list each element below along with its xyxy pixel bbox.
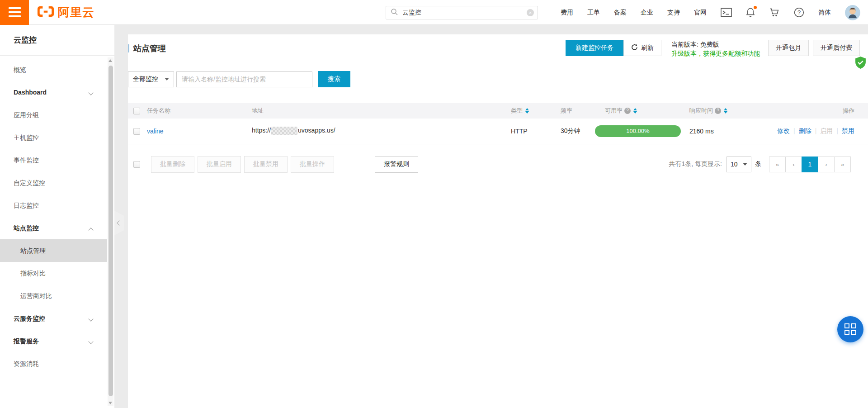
availability-help-icon[interactable] [624,108,631,114]
unit-label: 条 [755,160,761,168]
select-all-checkbox[interactable] [133,108,140,114]
first-page-button[interactable]: « [769,157,786,172]
col-actions: 操作 [771,103,868,119]
sidebar-item-custom-monitoring[interactable]: 自定义监控 [0,171,107,194]
aliyun-bracket-icon [37,5,54,19]
alarm-rules-button[interactable]: 报警规则 [375,156,418,173]
scroll-up-arrow-icon[interactable] [108,59,112,62]
monitor-type-select[interactable]: 全部监控 [128,71,174,87]
task-search-input[interactable] [176,71,312,87]
disable-action[interactable]: 禁用 [842,127,854,134]
grid-icon [844,323,856,335]
sidebar-item-resource-consumption[interactable]: 资源消耗 [0,352,107,375]
sidebar-group-cloud-service-monitoring[interactable]: 云服务监控 [0,307,107,330]
sidebar-item-host-monitoring[interactable]: 主机监控 [0,126,107,149]
chevron-down-icon [88,90,93,95]
task-name-link[interactable]: valine [147,128,164,135]
sidebar-item-carrier-comparison[interactable]: 运营商对比 [0,285,107,307]
sidebar-scrollbar[interactable] [108,57,113,406]
search-query-text: 云监控 [402,9,527,17]
main-content: 站点管理 新建监控任务 刷新 当前版本: 免费版 升级版本，获得更多配额和功能 … [128,34,868,408]
batch-delete-button: 批量删除 [151,156,194,173]
sidebar-group-site-monitoring[interactable]: 站点监控 [0,217,107,239]
batch-enable-button: 批量启用 [198,156,241,173]
page-header: 站点管理 新建监控任务 刷新 当前版本: 免费版 升级版本，获得更多配额和功能 … [128,34,868,58]
footer-select-all-checkbox[interactable] [133,161,140,168]
page-size-select[interactable]: 10 [726,157,751,172]
refresh-icon [631,44,638,52]
total-count-text: 共有1条, 每页显示: [669,160,722,168]
sort-response-icon[interactable] [724,108,727,114]
pay-as-you-go-button[interactable]: 开通后付费 [813,40,860,56]
batch-disable-button: 批量禁用 [244,156,288,173]
user-avatar[interactable] [845,5,860,20]
global-search-input[interactable]: 云监控 [386,6,538,19]
response-help-icon[interactable] [715,108,721,114]
notification-bell-icon[interactable] [746,7,755,18]
scrollbar-thumb[interactable] [108,66,113,396]
next-page-button[interactable]: › [818,157,835,172]
nav-enterprise[interactable]: 企业 [641,9,653,17]
hamburger-menu-icon[interactable] [0,0,29,25]
batch-operate-button: 批量操作 [291,156,334,173]
prev-page-button[interactable]: ‹ [785,157,802,172]
task-response-time: 2160 ms [685,119,771,144]
sidebar-group-dashboard[interactable]: Dashboard [0,81,107,104]
search-button[interactable]: 搜索 [318,71,350,87]
row-checkbox[interactable] [133,128,140,135]
help-icon[interactable]: ? [794,7,804,18]
header-actions: 新建监控任务 刷新 当前版本: 免费版 升级版本，获得更多配额和功能 开通包月 … [566,40,860,58]
table-footer: 批量删除 批量启用 批量禁用 批量操作 报警规则 共有1条, 每页显示: 10 … [128,156,868,173]
nav-icp-filing[interactable]: 备案 [614,9,627,17]
sidebar-item-log-monitoring[interactable]: 日志监控 [0,194,107,217]
refresh-button[interactable]: 刷新 [623,40,661,56]
site-monitor-table: 任务名称 地址 类型 频率 可用率 响应时间 操作 valine [128,103,868,144]
table-row: valine https://uvosapps.us/ HTTP 30分钟 10… [128,119,868,144]
current-version-text: 当前版本: 免费版 [671,40,760,49]
task-type: HTTP [511,119,553,144]
sidebar-item-overview[interactable]: 概览 [0,58,107,81]
sidebar-item-event-monitoring[interactable]: 事件监控 [0,149,107,171]
edit-action[interactable]: 修改 [777,127,790,134]
top-navbar: 阿里云 云监控 费用 工单 备案 企业 支持 官网 [0,0,868,25]
quick-apps-floating-button[interactable] [837,316,863,342]
delete-action[interactable]: 删除 [799,127,811,134]
topbar-right-nav: 费用 工单 备案 企业 支持 官网 [561,0,860,25]
chevron-down-icon [88,316,93,321]
sidebar-item-site-management[interactable]: 站点管理 [0,239,107,262]
search-icon [391,8,398,18]
current-page-button[interactable]: 1 [802,157,818,172]
nav-billing[interactable]: 费用 [561,9,573,17]
security-shield-icon[interactable] [854,56,867,71]
page-title-wrap: 站点管理 [128,40,166,57]
sidebar-collapse-handle[interactable] [114,211,124,235]
task-address: https://uvosapps.us/ [252,119,511,144]
pager: « ‹ 1 › » [769,157,851,172]
last-page-button[interactable]: » [834,157,851,172]
nav-support[interactable]: 支持 [667,9,680,17]
subscribe-monthly-button[interactable]: 开通包月 [768,40,809,56]
caret-down-icon [743,163,747,168]
console-terminal-icon[interactable] [721,8,732,17]
sort-availability-icon[interactable] [633,108,637,114]
nav-tickets[interactable]: 工单 [587,9,600,17]
sidebar-item-metric-comparison[interactable]: 指标对比 [0,262,107,285]
nav-official-site[interactable]: 官网 [694,9,707,17]
chevron-left-icon [117,220,122,225]
sidebar-item-app-groups[interactable]: 应用分组 [0,104,107,126]
col-type: 类型 [511,103,553,119]
upgrade-link[interactable]: 升级版本，获得更多配额和功能 [671,49,760,58]
sidebar-group-alarm-service[interactable]: 报警服务 [0,330,107,352]
locale-switcher[interactable]: 简体 [818,9,831,17]
aliyun-logo[interactable]: 阿里云 [37,5,94,20]
scroll-down-arrow-icon[interactable] [108,402,112,404]
logo-text: 阿里云 [58,5,94,20]
create-monitor-task-button[interactable]: 新建监控任务 [566,40,623,56]
table-header-row: 任务名称 地址 类型 频率 可用率 响应时间 操作 [128,103,868,119]
cart-icon[interactable] [769,8,780,17]
clear-search-icon[interactable] [527,9,534,16]
sort-type-icon[interactable] [525,108,529,114]
col-task-name: 任务名称 [147,103,252,119]
chevron-up-icon [88,228,93,232]
caret-down-icon [165,78,169,83]
